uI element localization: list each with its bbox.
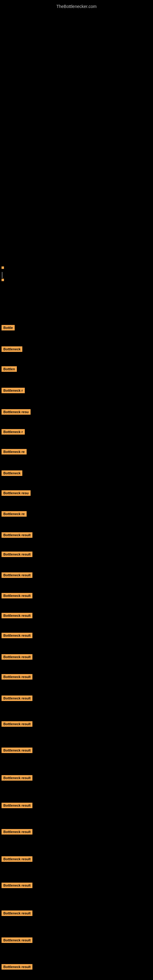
bottleneck-item-14[interactable]: Bottleneck result bbox=[2, 593, 32, 598]
bottleneck-label-26: Bottleneck result bbox=[2, 883, 32, 888]
bottleneck-item-10[interactable]: Bottleneck re bbox=[2, 511, 27, 517]
bottleneck-item-23[interactable]: Bottleneck result bbox=[2, 802, 32, 808]
bottleneck-label-1: Bottle bbox=[2, 325, 15, 331]
bottleneck-label-21: Bottleneck result bbox=[2, 748, 32, 753]
bottleneck-label-17: Bottleneck result bbox=[2, 654, 32, 660]
bottleneck-label-4: Bottleneck r bbox=[2, 388, 25, 393]
bottleneck-item-19[interactable]: Bottleneck result bbox=[2, 695, 32, 701]
bottleneck-label-29: Bottleneck result bbox=[2, 964, 32, 970]
bottleneck-item-22[interactable]: Bottleneck result bbox=[2, 775, 32, 781]
bottleneck-item-6[interactable]: Bottleneck r bbox=[2, 429, 25, 434]
bottleneck-item-9[interactable]: Bottleneck resu bbox=[2, 490, 30, 496]
bottleneck-label-13: Bottleneck result bbox=[2, 573, 32, 578]
bottleneck-item-18[interactable]: Bottleneck result bbox=[2, 674, 32, 679]
bottleneck-label-22: Bottleneck result bbox=[2, 775, 32, 781]
bottleneck-item-24[interactable]: Bottleneck result bbox=[2, 829, 32, 835]
bottleneck-item-2[interactable]: Bottleneck bbox=[2, 346, 22, 352]
bottleneck-item-12[interactable]: Bottleneck result bbox=[2, 551, 32, 557]
bottleneck-label-2: Bottleneck bbox=[2, 346, 22, 352]
bottleneck-item-8[interactable]: Bottleneck bbox=[2, 470, 22, 476]
bottleneck-label-27: Bottleneck result bbox=[2, 910, 32, 916]
bottleneck-label-11: Bottleneck result bbox=[2, 532, 32, 538]
bottleneck-item-29[interactable]: Bottleneck result bbox=[2, 964, 32, 970]
bottleneck-item-13[interactable]: Bottleneck result bbox=[2, 572, 32, 578]
bottleneck-item-20[interactable]: Bottleneck result bbox=[2, 721, 32, 727]
bottleneck-label-28: Bottleneck result bbox=[2, 937, 32, 943]
bottleneck-item-5[interactable]: Bottleneck resu bbox=[2, 409, 30, 415]
bottleneck-label-12: Bottleneck result bbox=[2, 552, 32, 557]
indicator-box-1 bbox=[2, 266, 4, 269]
bottleneck-label-9: Bottleneck resu bbox=[2, 490, 30, 496]
bottleneck-item-4[interactable]: Bottleneck r bbox=[2, 387, 25, 393]
bottleneck-item-25[interactable]: Bottleneck result bbox=[2, 856, 32, 862]
bottleneck-label-7: Bottleneck re bbox=[2, 449, 27, 455]
bottleneck-label-5: Bottleneck resu bbox=[2, 409, 30, 415]
bottleneck-item-28[interactable]: Bottleneck result bbox=[2, 937, 32, 943]
bottleneck-item-27[interactable]: Bottleneck result bbox=[2, 910, 32, 916]
bottleneck-label-10: Bottleneck re bbox=[2, 511, 27, 517]
bottleneck-item-26[interactable]: Bottleneck result bbox=[2, 882, 32, 888]
bottleneck-item-15[interactable]: Bottleneck result bbox=[2, 612, 32, 618]
bottleneck-item-3[interactable]: Bottlen bbox=[2, 366, 17, 372]
indicator-line-1 bbox=[2, 272, 2, 278]
bottleneck-label-14: Bottleneck result bbox=[2, 593, 32, 598]
bottleneck-label-19: Bottleneck result bbox=[2, 695, 32, 701]
bottleneck-item-1[interactable]: Bottle bbox=[2, 325, 15, 331]
bottleneck-item-11[interactable]: Bottleneck result bbox=[2, 532, 32, 538]
bottleneck-label-24: Bottleneck result bbox=[2, 829, 32, 835]
bottleneck-label-23: Bottleneck result bbox=[2, 803, 32, 808]
bottleneck-item-16[interactable]: Bottleneck result bbox=[2, 632, 32, 638]
bottleneck-label-8: Bottleneck bbox=[2, 470, 22, 476]
bottleneck-label-6: Bottleneck r bbox=[2, 429, 25, 434]
bottleneck-item-17[interactable]: Bottleneck result bbox=[2, 654, 32, 660]
bottleneck-label-16: Bottleneck result bbox=[2, 633, 32, 638]
bottleneck-label-18: Bottleneck result bbox=[2, 674, 32, 679]
bottleneck-label-20: Bottleneck result bbox=[2, 721, 32, 727]
bottleneck-item-21[interactable]: Bottleneck result bbox=[2, 747, 32, 753]
bottleneck-label-3: Bottlen bbox=[2, 366, 17, 372]
bottleneck-label-15: Bottleneck result bbox=[2, 613, 32, 618]
bottleneck-label-25: Bottleneck result bbox=[2, 856, 32, 862]
indicator-box-2 bbox=[2, 279, 4, 281]
bottleneck-item-7[interactable]: Bottleneck re bbox=[2, 449, 27, 455]
